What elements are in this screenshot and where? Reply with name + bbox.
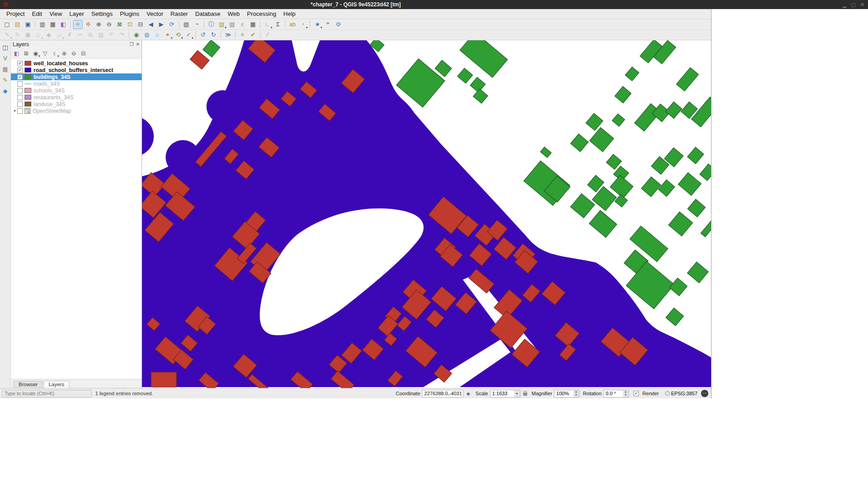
new-print-layout-button[interactable]: ▥ (38, 20, 47, 29)
layer-expander-icon[interactable]: ▾ (12, 109, 17, 113)
pan-to-selection-button[interactable]: ✜ (83, 20, 93, 29)
menu-view[interactable]: View (46, 9, 66, 19)
messages-button[interactable]: ⋯ (701, 390, 708, 397)
layer-diagram-options-button[interactable]: ◔▾ (298, 20, 308, 29)
layer-visibility-checkbox[interactable]: ✓ (17, 68, 23, 73)
scale-combo-arrow-icon[interactable]: ▾ (514, 390, 520, 397)
panel-close-icon[interactable]: ✕ (136, 42, 139, 47)
layer-item-OpenStreetMap[interactable]: ▾OpenStreetMap (11, 107, 142, 114)
filter-legend-button[interactable]: ▽ (41, 49, 49, 58)
digitize-with-segment-dropdown-icon[interactable]: ▾ (41, 36, 43, 40)
show-map-tips-button[interactable]: ❝ (323, 20, 333, 29)
close-icon[interactable]: ✕ (860, 1, 864, 8)
layer-item-well_located_houses[interactable]: ✓well_located_houses (11, 60, 142, 67)
digitize-with-segment-button[interactable]: ◇▾ (34, 30, 43, 39)
layer-diagram-options-dropdown-icon[interactable]: ▾ (306, 26, 308, 29)
geometry-checker-dropdown-icon[interactable]: ▾ (191, 36, 193, 40)
menu-database[interactable]: Database (191, 9, 224, 19)
zoom-full-button[interactable]: ⊠ (115, 20, 124, 29)
zoom-in-button[interactable]: ⊕ (94, 20, 103, 29)
locate-input[interactable] (2, 390, 92, 398)
layer-item-road_school_buffers_intersect[interactable]: ✓road_school_buffers_intersect (11, 67, 142, 73)
toggle-editing-button[interactable]: ✎ (13, 30, 22, 39)
scale-input[interactable] (490, 390, 514, 397)
menu-help[interactable]: Help (280, 9, 299, 19)
new-spatial-bookmark-button[interactable]: ★▾ (313, 20, 322, 29)
data-source-manager-button[interactable]: ◫ (0, 43, 10, 52)
undo-edit-button[interactable]: ↶ (107, 30, 116, 39)
delete-selected-button[interactable]: ✗ (65, 30, 74, 39)
layer-visibility-checkbox[interactable]: ✓ (17, 61, 23, 66)
manage-map-themes-dropdown-icon[interactable]: ▾ (38, 54, 40, 58)
layout-manager-button[interactable]: ▦ (48, 20, 58, 29)
copy-features-button[interactable]: ⧉ (86, 30, 95, 39)
minimize-icon[interactable]: ▁ (843, 1, 846, 8)
cut-features-button[interactable]: ✂ (75, 30, 85, 39)
measure-line-button[interactable]: ∟▾ (263, 20, 272, 29)
filter-by-expression-dropdown-icon[interactable]: ▾ (57, 54, 59, 58)
extents-toggle-icon[interactable]: ◈ (465, 390, 472, 397)
save-project-button[interactable]: ▣ (23, 20, 33, 29)
open-layer-styling-panel-button[interactable]: ◧ (12, 49, 21, 58)
add-vector-layer-button[interactable]: V (0, 54, 10, 63)
layer-visibility-checkbox[interactable] (17, 95, 23, 100)
redo-history-button[interactable]: ↻ (209, 30, 218, 39)
filter-by-expression-button[interactable]: ε▾ (50, 49, 59, 58)
vertex-tool-dropdown-icon[interactable]: ▾ (62, 36, 64, 40)
measure-angle-button[interactable]: ∕ (263, 30, 272, 39)
layer-item-buildings_34S[interactable]: ✓buildings_34S (11, 73, 142, 80)
style-manager-button[interactable]: ◧ (59, 20, 68, 29)
current-edits-dropdown-icon[interactable]: ▾ (10, 36, 12, 40)
statistical-summary-button[interactable]: Σ (273, 20, 283, 29)
vertex-tool-button[interactable]: ◇▾ (54, 30, 64, 39)
select-by-expression-button[interactable]: ε (238, 20, 247, 29)
select-features-button[interactable]: ▨▾ (217, 20, 226, 29)
render-checkbox[interactable]: ✓ (633, 391, 639, 396)
add-polygon-feature-button[interactable]: ◆ (44, 30, 54, 39)
georeferencer-button[interactable]: ⌖▾ (163, 30, 172, 39)
menu-processing[interactable]: Processing (243, 9, 280, 19)
temporal-controller-button[interactable]: ◔ (192, 20, 201, 29)
collapse-all-button[interactable]: ⊖ (69, 49, 78, 58)
layer-visibility-checkbox[interactable] (17, 81, 23, 87)
python-console-button[interactable]: ≫ (223, 30, 233, 39)
new-project-button[interactable]: ▢ (2, 20, 12, 29)
layer-visibility-checkbox[interactable]: ✓ (17, 74, 23, 80)
check-geometries-button[interactable]: ✔ (248, 30, 258, 39)
rotation-spinbox[interactable]: ▲▼ (603, 390, 629, 398)
add-group-button[interactable]: ⊞ (22, 49, 30, 58)
select-features-dropdown-icon[interactable]: ▾ (225, 26, 226, 29)
lock-scale-icon[interactable] (523, 393, 527, 396)
geometry-checker-button[interactable]: ✓▾ (184, 30, 193, 39)
menu-edit[interactable]: Edit (28, 9, 45, 19)
remove-layer-button[interactable]: ⊟ (79, 49, 88, 58)
zoom-last-button[interactable]: ◀ (146, 20, 156, 29)
undo-history-button[interactable]: ↺ (198, 30, 208, 39)
metasearch-button[interactable]: ⌂ (152, 30, 162, 39)
new-spatial-bookmark-dropdown-icon[interactable]: ▾ (320, 26, 322, 29)
menu-settings[interactable]: Settings (88, 9, 116, 19)
deselect-features-button[interactable]: ▧ (227, 20, 237, 29)
layer-item-restaurants_34S[interactable]: restaurants_34S (11, 94, 142, 101)
layer-visibility-checkbox[interactable] (17, 108, 23, 114)
topology-checker-button[interactable]: ⌗ (238, 30, 247, 39)
processing-toolbox-button[interactable]: ⚙ (333, 20, 343, 29)
layer-item-landuse_34S[interactable]: landuse_34S (11, 101, 142, 107)
paste-features-button[interactable]: ▥ (96, 30, 106, 39)
add-raster-layer-button[interactable]: ▦ (0, 65, 10, 74)
new-shapefile-layer-button[interactable]: ✎ (0, 76, 10, 85)
labeling-button[interactable]: ab (288, 20, 297, 29)
new-geopackage-layer-button[interactable]: ◆ (0, 87, 10, 96)
layer-item-schools_34S[interactable]: schools_34S (11, 87, 142, 94)
layer-visibility-checkbox[interactable] (17, 102, 23, 107)
tab-browser[interactable]: Browser (14, 381, 43, 388)
map-canvas[interactable] (142, 40, 711, 388)
zoom-out-button[interactable]: ⊖ (104, 20, 114, 29)
scale-combo[interactable]: ▾ (490, 390, 520, 398)
menu-plugins[interactable]: Plugins (116, 9, 143, 19)
layer-visibility-checkbox[interactable] (17, 88, 23, 93)
menu-project[interactable]: Project (3, 9, 28, 19)
tab-layers[interactable]: Layers (44, 381, 69, 388)
menu-layer[interactable]: Layer (66, 9, 88, 19)
redo-edit-button[interactable]: ↷ (117, 30, 127, 39)
